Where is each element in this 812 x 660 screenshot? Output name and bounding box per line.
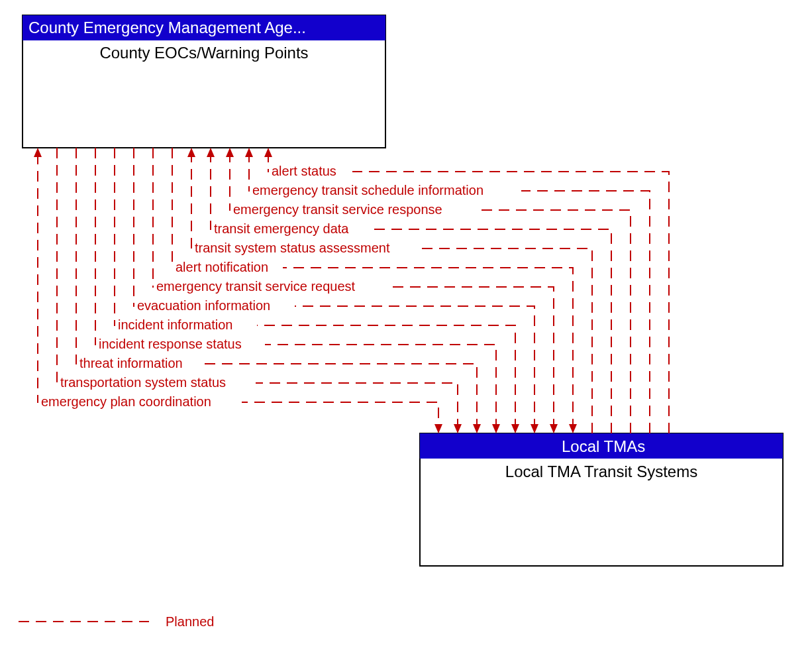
node-local-tma: Local TMAs Local TMA Transit Systems [420, 433, 783, 566]
svg-marker-8 [226, 148, 234, 157]
flow-label: emergency transit service request [156, 279, 356, 294]
flow-label: transportation system status [60, 375, 226, 390]
flow-label: alert status [272, 164, 336, 178]
svg-marker-26 [454, 424, 462, 433]
flow-label: alert notification [176, 260, 268, 274]
legend-label: Planned [166, 614, 214, 629]
flow-label: transit emergency data [214, 221, 349, 236]
svg-marker-12 [187, 148, 195, 157]
flow-label: emergency transit service response [233, 202, 442, 217]
flow-label: incident response status [99, 337, 242, 351]
svg-marker-29 [434, 424, 442, 433]
svg-marker-20 [511, 424, 519, 433]
svg-marker-24 [473, 424, 481, 433]
svg-marker-22 [492, 424, 500, 433]
flow-label: evacuation information [137, 298, 270, 313]
node-county-header: County Emergency Management Age... [28, 19, 306, 36]
node-county-body: County EOCs/Warning Points [99, 44, 308, 62]
svg-marker-14 [569, 424, 577, 433]
architecture-flow-diagram: County Emergency Management Age... Count… [0, 0, 812, 660]
flow-label: transit system status assessment [195, 241, 390, 255]
legend: Planned [19, 614, 214, 629]
svg-marker-16 [550, 424, 558, 433]
svg-marker-18 [531, 424, 538, 433]
node-local-body: Local TMA Transit Systems [505, 463, 697, 480]
flow-label: threat information [79, 356, 183, 370]
svg-marker-6 [245, 148, 253, 157]
node-county-eocs: County Emergency Management Age... Count… [23, 15, 385, 148]
flow-label: incident information [118, 317, 232, 332]
flow-label: emergency plan coordination [41, 394, 211, 409]
flow-label: emergency transit schedule information [252, 183, 483, 197]
svg-marker-28 [34, 148, 42, 157]
node-local-header: Local TMAs [562, 437, 645, 455]
svg-marker-4 [264, 148, 272, 157]
svg-marker-10 [207, 148, 215, 157]
